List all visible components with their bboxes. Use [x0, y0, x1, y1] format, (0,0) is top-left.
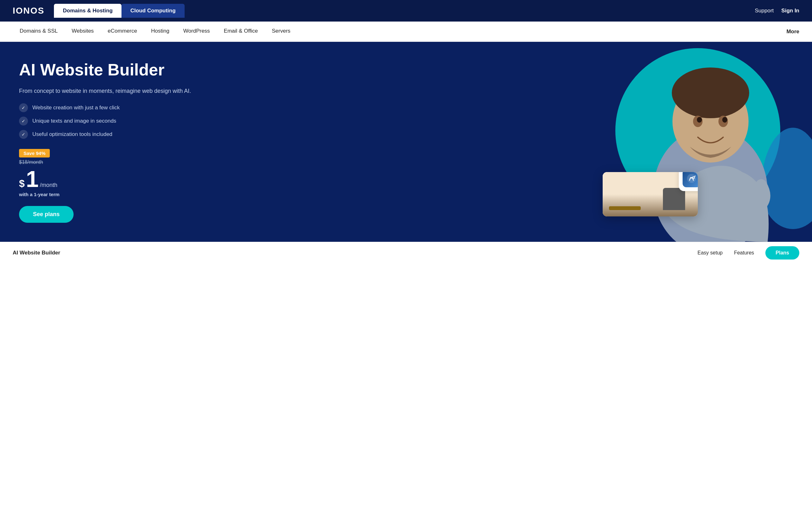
check-icon-2 [19, 117, 28, 125]
hero-section: AI Website Builder From concept to websi… [0, 42, 812, 242]
ai-icon-card [679, 172, 698, 191]
check-icon-1 [19, 103, 28, 112]
nav-more-button[interactable]: More [786, 29, 799, 35]
feature-item-1: Website creation with just a few click [19, 103, 191, 112]
feature-text-2: Unique texts and image in seconds [32, 118, 116, 124]
svg-point-6 [722, 117, 727, 123]
ai-icon [682, 172, 698, 187]
price-amount: 1 [26, 168, 39, 190]
sticky-bar-title: AI Website Builder [13, 250, 60, 256]
sticky-bottom-bar: AI Website Builder Easy setup Features P… [0, 242, 812, 263]
save-badge: Save 94% [19, 149, 50, 158]
tab-domains-hosting[interactable]: Domains & Hosting [54, 4, 121, 18]
signin-button[interactable]: Sign In [781, 8, 799, 14]
svg-point-5 [697, 117, 702, 123]
old-price: $18/month [19, 159, 191, 165]
top-navigation: IONOS Domains & Hosting Cloud Computing … [0, 0, 812, 21]
top-nav-left: IONOS Domains & Hosting Cloud Computing [13, 4, 185, 18]
nav-item-wordpress[interactable]: WordPress [176, 21, 217, 42]
hero-content: AI Website Builder From concept to websi… [19, 61, 191, 223]
tab-cloud-computing[interactable]: Cloud Computing [121, 4, 185, 18]
sticky-features-link[interactable]: Features [734, 250, 754, 256]
furniture-chair [663, 188, 685, 210]
hero-visual: Frank's Furniture [365, 42, 812, 242]
furniture-table [609, 206, 641, 210]
top-nav-right: Support Sign In [755, 8, 799, 14]
see-plans-button[interactable]: See plans [19, 206, 73, 223]
price-term: with a 1-year term [19, 192, 191, 197]
feature-text-3: Useful optimization tools included [32, 131, 112, 137]
price-period: /month [40, 182, 57, 188]
svg-point-2 [672, 67, 749, 118]
secondary-navigation: Domains & SSL Websites eCommerce Hosting… [0, 21, 812, 42]
sticky-plans-button[interactable]: Plans [765, 246, 799, 260]
sec-nav-items: Domains & SSL Websites eCommerce Hosting… [13, 21, 298, 42]
nav-item-email-office[interactable]: Email & Office [217, 21, 265, 42]
support-link[interactable]: Support [755, 8, 774, 14]
check-icon-3 [19, 130, 28, 139]
price-block: $ 1 /month [19, 168, 191, 190]
laptop-card: Frank's Furniture [603, 172, 698, 216]
sticky-bar-links: Easy setup Features Plans [698, 246, 799, 260]
nav-item-servers[interactable]: Servers [265, 21, 298, 42]
brand-logo[interactable]: IONOS [13, 6, 44, 16]
nav-item-ecommerce[interactable]: eCommerce [101, 21, 144, 42]
top-nav-tabs: Domains & Hosting Cloud Computing [54, 4, 184, 18]
nav-item-domains-ssl[interactable]: Domains & SSL [13, 21, 65, 42]
hero-subtitle: From concept to website in moments, reim… [19, 88, 191, 95]
feature-item-3: Useful optimization tools included [19, 130, 191, 139]
hero-title: AI Website Builder [19, 61, 191, 79]
nav-item-hosting[interactable]: Hosting [144, 21, 176, 42]
hero-features-list: Website creation with just a few click U… [19, 103, 191, 139]
nav-item-websites[interactable]: Websites [65, 21, 101, 42]
feature-item-2: Unique texts and image in seconds [19, 117, 191, 125]
feature-text-1: Website creation with just a few click [32, 105, 120, 111]
price-dollar: $ [19, 178, 25, 189]
sticky-easy-setup-link[interactable]: Easy setup [698, 250, 722, 256]
